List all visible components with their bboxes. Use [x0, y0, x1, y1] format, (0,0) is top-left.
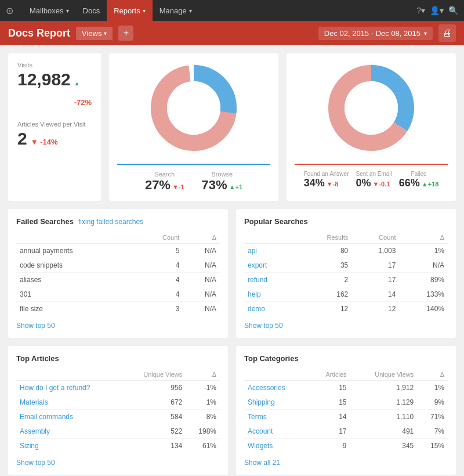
popular-searches-panel: Popular Searches Results Count Δ api 80 …: [236, 209, 456, 338]
donut-chart-left: [147, 62, 240, 154]
count-cell: 12: [351, 302, 399, 316]
visits-value: 12,982 -72%: [17, 70, 92, 109]
count-cell: 1,003: [351, 244, 399, 258]
failed-searches-footer: Show top 50: [16, 321, 220, 330]
show-top-50-articles[interactable]: Show top 50: [16, 459, 55, 467]
show-top-50-popular[interactable]: Show top 50: [244, 322, 283, 330]
top-articles-panel: Top Articles Unique Views Δ How do I get…: [8, 346, 228, 475]
failed-stat: Failed 66% ▲+18: [399, 171, 439, 189]
article-title-cell[interactable]: How do I get a refund?: [16, 381, 123, 395]
found-delta: ▼-8: [327, 181, 339, 187]
email-delta: ▼-0.1: [373, 181, 390, 187]
term-cell[interactable]: refund: [244, 273, 296, 287]
top-categories-panel: Top Categories Articles Unique Views Δ A…: [236, 346, 456, 475]
col-delta: Δ: [399, 232, 448, 244]
delta-cell: 8%: [186, 410, 220, 424]
views-cell: 345: [350, 439, 418, 453]
answer-email-failed-stats: Found an Answer 34% ▼-8 Sent an Email 0%…: [295, 164, 448, 189]
table-row: help 162 14 133%: [244, 287, 448, 302]
table-row: export 35 17 N/A: [244, 258, 448, 273]
nav-docs[interactable]: Docs: [76, 0, 107, 21]
nav-manage[interactable]: Manage ▾: [153, 0, 199, 21]
col-term: [244, 232, 296, 244]
col-delta: Δ: [183, 232, 220, 244]
articles-cell: 17: [309, 424, 350, 439]
category-title-cell[interactable]: Accessories: [244, 381, 309, 395]
term-cell: annual payments: [16, 244, 135, 258]
metrics-panel: Visits 12,982 -72% Articles Viewed per V…: [8, 53, 101, 201]
category-title-cell[interactable]: Terms: [244, 410, 309, 424]
delta-cell: N/A: [183, 273, 220, 287]
date-range-picker[interactable]: Dec 02, 2015 - Dec 08, 2015 ▾: [318, 27, 433, 40]
count-cell: 5: [135, 244, 183, 258]
views-cell: 1,110: [350, 410, 418, 424]
term-cell[interactable]: api: [244, 244, 296, 258]
search-tables-row: Failed Searches fixing failed searches C…: [8, 209, 456, 338]
add-view-button[interactable]: +: [118, 26, 133, 41]
articles-delta: ▼ -14%: [31, 138, 58, 146]
search-icon[interactable]: 🔍: [448, 6, 458, 15]
articles-cell: 9: [309, 439, 350, 453]
popular-searches-table: Results Count Δ api 80 1,003 1% export 3…: [244, 232, 448, 316]
category-title-cell[interactable]: Widgets: [244, 439, 309, 453]
article-title-cell[interactable]: Materials: [16, 395, 123, 410]
help-icon[interactable]: ?▾: [416, 6, 425, 15]
col-articles: Articles: [309, 369, 350, 381]
top-categories-header: Top Categories: [244, 354, 448, 363]
term-cell: file size: [16, 302, 135, 316]
delta-cell: 1%: [399, 244, 448, 258]
term-cell[interactable]: demo: [244, 302, 296, 316]
page-title: Docs Report: [8, 27, 70, 39]
articles-cell: 14: [309, 410, 350, 424]
col-term: [16, 232, 135, 244]
table-row: Shipping 15 1,129 9%: [244, 395, 448, 410]
chevron-down-icon: ▾: [424, 30, 427, 37]
term-cell[interactable]: export: [244, 258, 296, 273]
delta-cell: N/A: [183, 258, 220, 273]
table-row: Assembly 522 198%: [16, 424, 220, 439]
chevron-down-icon: ▾: [143, 8, 146, 14]
table-row: code snippets 4 N/A: [16, 258, 220, 273]
table-row: Accessories 15 1,912 1%: [244, 381, 448, 395]
term-cell[interactable]: help: [244, 287, 296, 302]
table-row: demo 12 12 140%: [244, 302, 448, 316]
chevron-down-icon: ▾: [66, 8, 69, 14]
col-unique-views: Unique Views: [350, 369, 418, 381]
views-cell: 491: [350, 424, 418, 439]
sent-email-stat: Sent an Email 0% ▼-0.1: [356, 171, 392, 189]
visits-metric: Visits 12,982 -72%: [17, 62, 92, 109]
search-stat: Search 27% ▼-1: [145, 171, 184, 193]
delta-cell: 7%: [417, 424, 448, 439]
article-title-cell[interactable]: Email commands: [16, 410, 123, 424]
col-unique-views: Unique Views: [123, 369, 186, 381]
print-button[interactable]: 🖨: [438, 24, 456, 42]
user-icon[interactable]: 👤▾: [430, 6, 444, 15]
delta-cell: 9%: [417, 395, 448, 410]
show-top-50-failed[interactable]: Show top 50: [16, 322, 55, 330]
table-row: refund 2 17 89%: [244, 273, 448, 287]
browse-stat: Browse 73% ▲+1: [202, 171, 242, 193]
main-content: Visits 12,982 -72% Articles Viewed per V…: [0, 45, 464, 476]
popular-searches-header: Popular Searches: [244, 217, 448, 226]
delta-cell: 89%: [399, 273, 448, 287]
nav-mailboxes[interactable]: Mailboxes ▾: [23, 0, 76, 21]
chevron-down-icon: ▾: [189, 8, 192, 14]
nav-reports[interactable]: Reports ▾: [107, 0, 153, 21]
count-cell: 4: [135, 273, 183, 287]
top-articles-table: Unique Views Δ How do I get a refund? 95…: [16, 369, 220, 453]
articles-value: 2 ▼ -14%: [17, 129, 92, 149]
visits-label: Visits: [17, 62, 92, 68]
article-title-cell[interactable]: Assembly: [16, 424, 123, 439]
category-title-cell[interactable]: Shipping: [244, 395, 309, 410]
category-title-cell[interactable]: Account: [244, 424, 309, 439]
views-cell: 956: [123, 381, 186, 395]
table-row: Terms 14 1,110 71%: [244, 410, 448, 424]
fix-failed-searches-link[interactable]: fixing failed searches: [78, 218, 143, 226]
delta-cell: 140%: [399, 302, 448, 316]
col-results: Results: [296, 232, 351, 244]
views-button[interactable]: Views ▾: [76, 27, 113, 40]
article-title-cell[interactable]: Sizing: [16, 439, 123, 453]
count-cell: 4: [135, 287, 183, 302]
count-cell: 3: [135, 302, 183, 316]
show-all-21-categories[interactable]: Show all 21: [244, 459, 280, 467]
